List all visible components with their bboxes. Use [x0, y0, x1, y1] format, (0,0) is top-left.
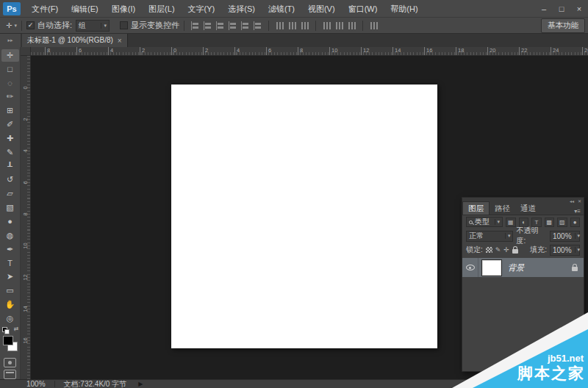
- zoom-tool-icon[interactable]: ◎: [1, 312, 19, 326]
- menu-help[interactable]: 帮助(H): [384, 0, 424, 18]
- smart-object-filter-icon[interactable]: ▨: [557, 218, 567, 227]
- align-left-edges-icon[interactable]: [228, 21, 237, 30]
- dropdown-arrow-icon: ▾: [575, 233, 581, 239]
- quick-selection-tool-icon[interactable]: ✏: [1, 90, 19, 104]
- eyedropper-tool-icon[interactable]: ✐: [1, 118, 19, 132]
- menu-type[interactable]: 文字(Y): [182, 0, 222, 18]
- auto-select-target-dropdown[interactable]: 组 ▾: [76, 20, 110, 32]
- ruler-number: 18: [456, 47, 464, 55]
- brush-tool-icon[interactable]: ✎: [1, 146, 19, 159]
- gradient-tool-icon[interactable]: ▧: [1, 201, 19, 215]
- history-brush-tool-icon[interactable]: ↺: [1, 173, 19, 187]
- status-options-arrow-icon[interactable]: ▶: [138, 381, 143, 387]
- layer-filter-type-dropdown[interactable]: 类型 ▾: [466, 217, 503, 227]
- ruler-number: 8: [22, 209, 29, 220]
- hand-tool-icon[interactable]: ✋: [1, 298, 19, 312]
- ruler-number: 4: [22, 146, 29, 157]
- distribute-left-edges-icon[interactable]: [322, 21, 331, 30]
- zoom-level-field[interactable]: 100%: [26, 380, 46, 388]
- screen-mode-icon[interactable]: [4, 370, 16, 379]
- panel-close-icon[interactable]: ✕: [578, 198, 581, 204]
- quick-mask-mode-icon[interactable]: [4, 358, 16, 367]
- layer-visibility-cell[interactable]: [462, 258, 478, 277]
- lasso-tool-icon[interactable]: ◌: [1, 76, 19, 90]
- menu-window[interactable]: 窗口(W): [342, 0, 384, 18]
- document-canvas[interactable]: [171, 85, 437, 348]
- ruler-number: 16: [424, 47, 432, 55]
- path-selection-tool-icon[interactable]: ➤: [1, 270, 19, 284]
- filter-toggle-icon[interactable]: ●: [570, 218, 580, 227]
- rectangular-marquee-tool-icon[interactable]: □: [1, 62, 19, 76]
- dodge-tool-icon[interactable]: ◍: [1, 229, 19, 242]
- default-colors-icon[interactable]: [2, 327, 9, 334]
- menu-select[interactable]: 选择(S): [221, 0, 262, 18]
- blur-tool-icon[interactable]: ●: [1, 215, 19, 229]
- ruler-number: 6: [22, 177, 29, 189]
- maximize-button[interactable]: □: [553, 0, 570, 18]
- layer-thumbnail[interactable]: [482, 260, 501, 276]
- align-bottom-edges-icon[interactable]: [215, 21, 225, 30]
- distribute-top-edges-icon[interactable]: [275, 21, 284, 30]
- ruler-number: 14: [22, 303, 29, 315]
- document-tab-close-icon[interactable]: ×: [118, 37, 122, 45]
- fill-dropdown[interactable]: 100% ▾: [550, 245, 580, 256]
- layer-row-background[interactable]: 背景: [462, 258, 584, 277]
- lock-position-icon[interactable]: ✛: [503, 246, 509, 254]
- align-vertical-centers-icon[interactable]: [203, 21, 212, 30]
- workspace-switcher-button[interactable]: 基本功能: [541, 18, 585, 33]
- blend-mode-dropdown[interactable]: 正常 ▾: [466, 231, 513, 242]
- eraser-tool-icon[interactable]: ▱: [1, 187, 19, 201]
- panel-collapse-icon[interactable]: ◂◂: [570, 198, 574, 204]
- lock-transparent-pixels-icon[interactable]: [486, 247, 492, 253]
- blend-mode-value: 正常: [469, 231, 484, 241]
- spot-healing-brush-tool-icon[interactable]: ✚: [1, 132, 19, 146]
- align-top-edges-icon[interactable]: [190, 21, 200, 30]
- minimize-button[interactable]: –: [535, 0, 553, 18]
- menu-filter[interactable]: 滤镜(T): [262, 0, 301, 18]
- rectangle-tool-icon[interactable]: ▭: [1, 284, 19, 298]
- ruler-number: 2: [140, 47, 145, 55]
- align-right-edges-icon[interactable]: [253, 21, 262, 30]
- horizontal-ruler[interactable]: 8 6 4 2 0 2 4 6 8 10 12 14 16 18 20 22 2…: [31, 47, 588, 56]
- tab-channels[interactable]: 通道: [515, 202, 541, 215]
- tool-preset-dropdown-icon[interactable]: ▾: [14, 23, 17, 29]
- document-size-info: 文档:732.4K/0 字节: [64, 379, 127, 388]
- distribute-bottom-edges-icon[interactable]: [300, 21, 309, 30]
- ruler-origin-corner[interactable]: [21, 47, 31, 56]
- menu-image[interactable]: 图像(I): [105, 0, 142, 18]
- menu-edit[interactable]: 编辑(E): [65, 0, 105, 18]
- show-transform-controls-label: 显示变换控件: [131, 20, 179, 31]
- ruler-number: 22: [519, 47, 527, 55]
- menu-layer[interactable]: 图层(L): [142, 0, 181, 18]
- crop-tool-icon[interactable]: ⊞: [1, 104, 19, 118]
- auto-align-layers-icon[interactable]: [369, 21, 379, 30]
- swap-colors-icon[interactable]: ⇄: [14, 326, 19, 332]
- auto-select-checkbox[interactable]: ✓: [26, 21, 35, 29]
- lock-image-pixels-icon[interactable]: ✎: [495, 246, 501, 254]
- document-tab[interactable]: 未标题-1 @ 100%(RGB/8) ×: [22, 34, 128, 47]
- panel-menu-icon[interactable]: ▾≡: [574, 208, 584, 215]
- tab-layers[interactable]: 图层: [462, 201, 490, 215]
- move-tool-icon[interactable]: ✛: [1, 49, 19, 62]
- toolbox-collapse-icon[interactable]: ▸▸: [0, 34, 21, 47]
- pixel-layer-filter-icon[interactable]: ▦: [506, 218, 515, 227]
- vertical-ruler[interactable]: 0 2 4 6 8 10 12 14 16: [21, 56, 31, 379]
- show-transform-controls-checkbox[interactable]: [120, 21, 128, 29]
- close-button[interactable]: ×: [570, 0, 588, 18]
- pen-tool-icon[interactable]: ✒: [1, 242, 19, 256]
- menu-view[interactable]: 视图(V): [301, 0, 342, 18]
- opacity-label: 不透明度:: [516, 226, 547, 246]
- distribute-vertical-centers-icon[interactable]: [287, 21, 297, 30]
- options-separator: [21, 21, 22, 31]
- distribute-right-edges-icon[interactable]: [347, 21, 356, 30]
- color-swatch-controls: ⇄: [1, 327, 19, 334]
- foreground-color-swatch[interactable]: [3, 336, 13, 345]
- tab-paths[interactable]: 路径: [490, 202, 515, 215]
- clone-stamp-tool-icon[interactable]: ┸: [1, 159, 19, 173]
- align-horizontal-centers-icon[interactable]: [240, 21, 250, 30]
- menu-file[interactable]: 文件(F): [25, 0, 65, 18]
- distribute-horizontal-centers-icon[interactable]: [334, 21, 344, 30]
- opacity-dropdown[interactable]: 100% ▾: [550, 231, 580, 242]
- type-tool-icon[interactable]: T: [1, 256, 19, 270]
- lock-all-icon[interactable]: [512, 249, 518, 254]
